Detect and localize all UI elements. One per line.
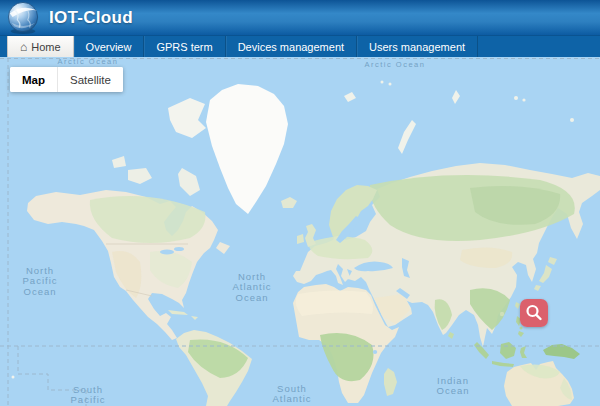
tab-label: Users management [369, 41, 465, 53]
world-map [0, 0, 600, 406]
tab-overview[interactable]: Overview [74, 36, 145, 57]
app-title: IOT-Cloud [49, 8, 133, 28]
map-type-control: Map Satellite [10, 67, 123, 92]
tab-label: Home [31, 41, 60, 53]
satellite-view-button[interactable]: Satellite [57, 67, 123, 92]
map-view-button[interactable]: Map [10, 67, 57, 92]
tab-gprs-term[interactable]: GPRS term [144, 36, 225, 57]
app-window: Arctic OceanArctic OceanNorth Pacific Oc… [0, 0, 600, 406]
tab-users-management[interactable]: Users management [357, 36, 478, 57]
map-canvas[interactable]: Arctic OceanArctic OceanNorth Pacific Oc… [0, 0, 600, 406]
map-search-button[interactable] [520, 299, 548, 327]
home-icon: ⌂ [20, 41, 27, 53]
app-header: IOT-Cloud [0, 0, 600, 35]
tab-label: Overview [86, 41, 132, 53]
globe-logo [6, 1, 40, 35]
main-nav: ⌂HomeOverviewGPRS termDevices management… [0, 35, 600, 57]
tab-devices-management[interactable]: Devices management [226, 36, 357, 57]
search-icon [523, 302, 545, 324]
tab-label: GPRS term [156, 41, 212, 53]
tab-label: Devices management [238, 41, 344, 53]
tab-home[interactable]: ⌂Home [7, 36, 74, 57]
